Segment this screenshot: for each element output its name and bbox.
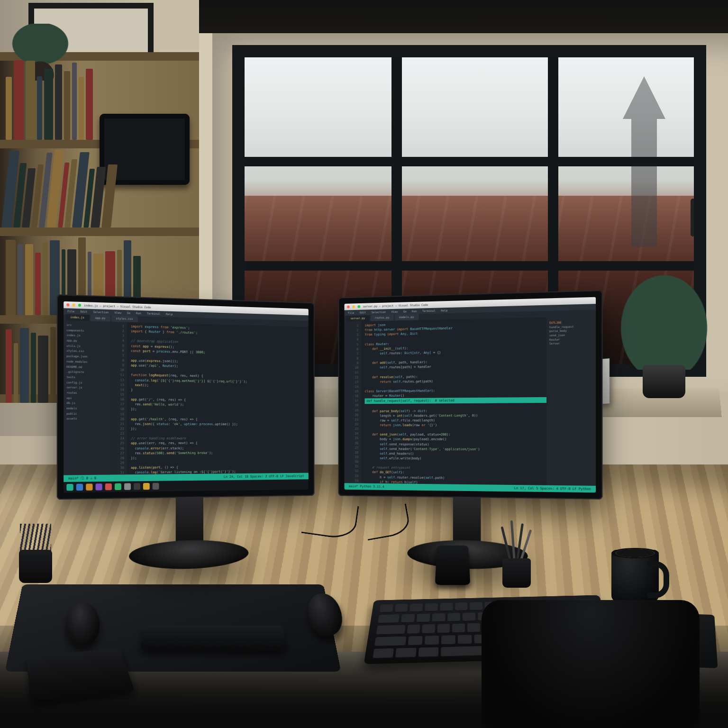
tab-models-py[interactable]: models.py	[395, 314, 419, 320]
tab-app-py[interactable]: app.py	[90, 315, 110, 321]
scene-root: index.js — project — Visual Studio Code …	[0, 0, 728, 728]
browser-icon[interactable]	[96, 483, 102, 490]
code-editor[interactable]: import express from 'express'; import { …	[127, 322, 309, 475]
menu-help[interactable]: Help	[441, 309, 447, 313]
line-gutter: 1 2 3 4 5 6 7 8 9 10 11 12 13 14 15 16 1…	[108, 321, 127, 474]
windowsill-plant	[619, 265, 709, 398]
menu-run[interactable]: Run	[412, 309, 417, 313]
menu-go[interactable]: Go	[403, 309, 407, 314]
os-taskbar[interactable]	[64, 479, 309, 492]
mail-icon[interactable]	[115, 483, 121, 490]
office-chair	[482, 600, 700, 728]
file-explorer[interactable]: srccomponentsindex.jsapp.pyutils.jsstyle…	[64, 320, 108, 475]
outline-panel[interactable]: OUTLINEhandle_requestparse_bodysend_json…	[546, 316, 596, 486]
title-text: server.py — project — Visual Studio Code	[363, 303, 428, 309]
code-editor[interactable]: import json from http.server import Base…	[361, 317, 546, 485]
menu-file[interactable]: File	[348, 311, 354, 315]
terminal-icon[interactable]	[105, 483, 112, 490]
window-handle	[691, 199, 695, 237]
title-text: index.js — project — Visual Studio Code	[84, 303, 151, 309]
menu-edit[interactable]: Edit	[360, 310, 366, 315]
pen-cup	[498, 531, 536, 588]
menu-help[interactable]: Help	[166, 312, 173, 316]
monitor-left: index.js — project — Visual Studio Code …	[57, 294, 315, 573]
status-right: Ln 17, Col 5 Spaces: 4 UTF-8 LF Python	[514, 486, 591, 491]
chat-icon[interactable]	[134, 483, 140, 490]
search-icon[interactable]	[76, 484, 83, 491]
menu-run[interactable]: Run	[136, 311, 141, 315]
line-gutter: 1 2 3 4 5 6 7 8 9 10 11 12 13 14 15 16 1…	[345, 321, 361, 483]
file-models[interactable]: models	[66, 406, 105, 411]
menu-selection[interactable]: Selection	[93, 310, 109, 315]
file-public[interactable]: public	[66, 411, 105, 416]
menu-edit[interactable]: Edit	[80, 309, 87, 314]
pen-cup	[14, 531, 57, 583]
music-icon[interactable]	[143, 483, 150, 490]
tab-index-js[interactable]: index.js	[65, 314, 89, 321]
status-left: main* Python 3.11.4	[349, 484, 384, 489]
coffee-mug	[611, 545, 668, 602]
wrist-pad	[140, 626, 286, 650]
start-icon[interactable]	[66, 484, 73, 491]
file-routes[interactable]: routes	[66, 390, 105, 396]
menu-view[interactable]: View	[391, 309, 398, 314]
menu-view[interactable]: View	[114, 310, 121, 315]
outline-Server[interactable]: Server	[549, 341, 593, 346]
file-assets[interactable]: assets	[66, 416, 105, 421]
books-row	[0, 147, 194, 228]
editor-icon[interactable]	[124, 483, 131, 490]
file-server-js[interactable]: server.js	[66, 385, 105, 391]
menu-go[interactable]: Go	[127, 311, 130, 315]
file-api[interactable]: api	[66, 395, 105, 401]
left-screen[interactable]: index.js — project — Visual Studio Code …	[64, 301, 309, 493]
menu-file[interactable]: File	[67, 309, 74, 313]
settings-icon[interactable]	[153, 483, 159, 490]
status-left: main* ⓘ 0 ⚠ 0	[68, 476, 96, 481]
tab-routes-py[interactable]: routes.py	[370, 315, 394, 321]
mouse	[66, 603, 100, 646]
file-config-js[interactable]: config.js	[66, 380, 105, 385]
menu-selection[interactable]: Selection	[371, 310, 386, 314]
right-screen[interactable]: server.py — project — Visual Studio Code…	[345, 297, 596, 493]
file-db-js[interactable]: db.js	[66, 400, 105, 406]
files-icon[interactable]	[86, 483, 92, 491]
menu-terminal[interactable]: Terminal	[147, 311, 161, 316]
status-right: Ln 24, Col 18 Spaces: 2 UTF-8 LF JavaScr…	[224, 474, 304, 480]
tab-server-py[interactable]: server.py	[346, 315, 369, 322]
menu-terminal[interactable]: Terminal	[422, 309, 436, 313]
monitor-right: server.py — project — Visual Studio Code…	[338, 290, 603, 573]
phone	[435, 546, 471, 585]
books-row	[0, 59, 114, 140]
